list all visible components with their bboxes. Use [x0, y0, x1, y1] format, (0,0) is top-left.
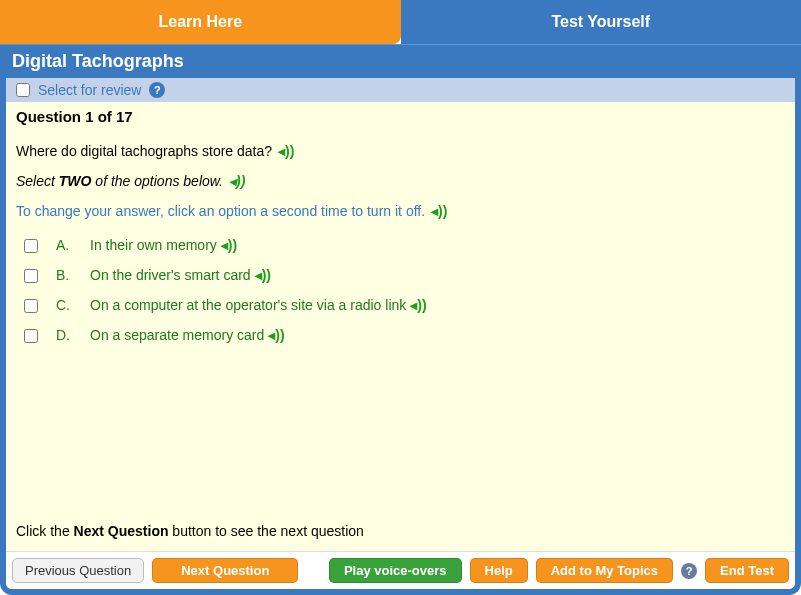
option-letter: B. [56, 267, 72, 283]
instruction-bold: TWO [59, 173, 92, 189]
change-hint-row: To change your answer, click an option a… [16, 203, 785, 219]
help-button[interactable]: Help [470, 558, 528, 583]
add-to-topics-button[interactable]: Add to My Topics [536, 558, 673, 583]
tab-bar: Learn Here Test Yourself [0, 0, 801, 44]
footer-hint-prefix: Click the [16, 523, 74, 539]
app-container: Learn Here Test Yourself Digital Tachogr… [0, 0, 801, 595]
option-text: In their own memory [90, 237, 217, 253]
option-c[interactable]: C. On a computer at the operator's site … [16, 297, 785, 313]
question-text-row: Where do digital tachographs store data?… [16, 143, 785, 159]
end-test-button[interactable]: End Test [705, 558, 789, 583]
tab-test-yourself[interactable]: Test Yourself [401, 0, 802, 44]
question-number: Question 1 of 17 [16, 108, 785, 125]
change-hint: To change your answer, click an option a… [16, 203, 425, 219]
options-list: A. In their own memory ◂)) B. On the dri… [16, 237, 785, 343]
button-bar: Previous Question Next Question Play voi… [6, 551, 795, 589]
option-a[interactable]: A. In their own memory ◂)) [16, 237, 785, 253]
play-voiceovers-button[interactable]: Play voice-overs [329, 558, 462, 583]
next-question-button[interactable]: Next Question [152, 558, 298, 583]
review-label: Select for review [38, 82, 141, 98]
option-checkbox[interactable] [24, 239, 38, 253]
audio-icon[interactable]: ◂)) [410, 297, 426, 313]
review-help-icon[interactable]: ? [149, 82, 165, 98]
option-letter: D. [56, 327, 72, 343]
option-checkbox[interactable] [24, 269, 38, 283]
option-text: On a separate memory card [90, 327, 264, 343]
audio-icon[interactable]: ◂)) [278, 143, 294, 159]
main-panel: Select for review ? Question 1 of 17 Whe… [0, 78, 801, 595]
instruction-row: Select TWO of the options below. ◂)) [16, 173, 785, 189]
option-letter: C. [56, 297, 72, 313]
audio-icon[interactable]: ◂)) [221, 237, 237, 253]
audio-icon[interactable]: ◂)) [431, 203, 447, 219]
question-content: Question 1 of 17 Where do digital tachog… [6, 102, 795, 551]
option-letter: A. [56, 237, 72, 253]
footer-hint: Click the Next Question button to see th… [16, 519, 785, 547]
footer-hint-suffix: button to see the next question [168, 523, 363, 539]
section-title: Digital Tachographs [0, 44, 801, 78]
option-checkbox[interactable] [24, 299, 38, 313]
audio-icon[interactable]: ◂)) [255, 267, 271, 283]
instruction-suffix: of the options below. [91, 173, 223, 189]
question-text: Where do digital tachographs store data? [16, 143, 272, 159]
option-text: On the driver's smart card [90, 267, 251, 283]
option-b[interactable]: B. On the driver's smart card ◂)) [16, 267, 785, 283]
footer-hint-bold: Next Question [74, 523, 169, 539]
content-spacer [16, 343, 785, 519]
audio-icon[interactable]: ◂)) [268, 327, 284, 343]
footer-help-icon[interactable]: ? [681, 563, 697, 579]
previous-question-button[interactable]: Previous Question [12, 558, 144, 583]
option-checkbox[interactable] [24, 329, 38, 343]
review-checkbox[interactable] [16, 83, 30, 97]
instruction-prefix: Select [16, 173, 59, 189]
option-d[interactable]: D. On a separate memory card ◂)) [16, 327, 785, 343]
option-text: On a computer at the operator's site via… [90, 297, 406, 313]
review-bar: Select for review ? [6, 78, 795, 102]
tab-learn-here[interactable]: Learn Here [0, 0, 401, 44]
audio-icon[interactable]: ◂)) [229, 173, 245, 189]
